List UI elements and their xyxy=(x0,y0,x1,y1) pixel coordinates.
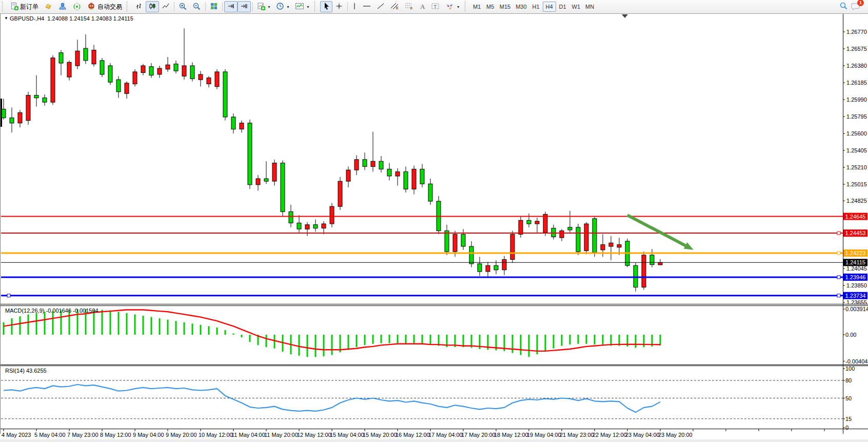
chart-title-symbol: GBPUSD-,H4 xyxy=(10,15,44,22)
bar-chart-button[interactable] xyxy=(132,1,146,12)
timeframe-button-m5[interactable]: M5 xyxy=(484,2,497,12)
crosshair-button[interactable] xyxy=(332,1,346,12)
timeframe-button-m30[interactable]: M30 xyxy=(513,2,529,12)
candle-body xyxy=(486,265,490,272)
rsi-axis-label: 80 xyxy=(845,377,852,383)
timeframe-button-h4[interactable]: H4 xyxy=(543,2,556,12)
timeframe-group: M1M5M15M30H1H4D1W1MN xyxy=(470,2,597,12)
vertical-line-button[interactable] xyxy=(349,1,360,12)
horizontal-line-button[interactable] xyxy=(360,1,374,12)
candle-body xyxy=(240,123,244,129)
new-order-icon xyxy=(10,2,18,12)
vertical-line-icon xyxy=(352,2,357,12)
macd-histogram-bar xyxy=(266,335,267,347)
timeframe-button-h1[interactable]: H1 xyxy=(529,2,543,12)
candlesticks-button[interactable] xyxy=(146,1,159,12)
timeframe-button-w1[interactable]: W1 xyxy=(569,2,583,12)
time-axis-label: 17 May 04:00 xyxy=(428,432,463,438)
level-price-label: 1.23734 xyxy=(845,293,866,299)
toolbar-grip xyxy=(314,2,319,12)
trendline-button[interactable] xyxy=(374,1,387,12)
line-chart-button[interactable] xyxy=(159,1,172,12)
gold-button[interactable] xyxy=(41,1,55,12)
level-handle[interactable] xyxy=(837,294,840,297)
periods-button[interactable]: ▼ xyxy=(273,1,292,12)
candle-body xyxy=(396,172,400,177)
candle-body xyxy=(108,66,112,82)
timeframe-button-mn[interactable]: MN xyxy=(583,2,597,12)
level-handle[interactable] xyxy=(7,294,10,297)
candle-body xyxy=(650,255,654,265)
text-label-button[interactable]: T xyxy=(428,1,443,12)
level-handle[interactable] xyxy=(837,232,840,235)
chart-shift-button[interactable] xyxy=(238,1,251,12)
cursor-button[interactable] xyxy=(320,1,332,12)
fibonacci-button[interactable]: F xyxy=(402,1,416,12)
price-axis-label: 1.25990 xyxy=(846,97,867,103)
candle-body xyxy=(601,245,605,250)
candle-body xyxy=(10,118,14,123)
text-button[interactable]: A xyxy=(416,1,428,12)
new-order-button[interactable]: 新订单 xyxy=(8,1,41,12)
macd-histogram-bar xyxy=(36,313,37,335)
macd-histogram-bar xyxy=(249,335,251,342)
price-axis-label: 1.24825 xyxy=(846,198,867,204)
candle-body xyxy=(18,112,22,123)
timeframe-button-m15[interactable]: M15 xyxy=(497,2,513,12)
chart-title-ohlc: 1.24088 1.24154 1.24083 1.24115 xyxy=(47,15,133,22)
candle-body xyxy=(166,65,170,69)
templates-icon xyxy=(295,2,304,12)
timeframe-button-m1[interactable]: M1 xyxy=(470,2,484,12)
time-axis-label: 23 May 20:00 xyxy=(658,432,693,438)
autotrading-icon xyxy=(87,2,96,12)
candlesticks-icon xyxy=(148,2,156,12)
macd-histogram-bar xyxy=(520,335,522,355)
level-handle[interactable] xyxy=(837,252,840,255)
candle-body xyxy=(560,231,564,238)
macd-histogram-bar xyxy=(643,335,645,347)
toolbar-separator xyxy=(252,2,253,11)
candle-body xyxy=(313,225,318,228)
signals-button[interactable] xyxy=(70,1,84,12)
auto-scroll-button[interactable] xyxy=(224,1,238,12)
macd-histogram-bar xyxy=(356,335,358,347)
chat-button[interactable]: 1 xyxy=(851,2,861,12)
time-axis-label: 15 May 04:00 xyxy=(330,432,364,438)
macd-histogram-bar xyxy=(389,335,390,343)
macd-histogram-bar xyxy=(3,322,5,335)
search-button[interactable] xyxy=(836,1,851,12)
rsi-axis-label: 50 xyxy=(845,395,852,401)
candle-body xyxy=(157,68,162,74)
time-axis-label: 18 May 12:00 xyxy=(494,432,528,438)
chart-dropdown-icon[interactable]: ▼ xyxy=(4,16,8,21)
timeframe-button-d1[interactable]: D1 xyxy=(556,2,569,12)
candle-body xyxy=(51,58,55,102)
candle-body xyxy=(141,66,145,73)
zoom-out-button[interactable] xyxy=(190,1,204,12)
level-handle[interactable] xyxy=(837,276,840,279)
community-button[interactable] xyxy=(55,1,70,12)
macd-histogram-bar xyxy=(381,335,382,343)
zoom-in-button[interactable] xyxy=(176,1,190,12)
candle-body xyxy=(469,246,474,264)
shapes-button[interactable]: ▼ xyxy=(443,1,463,12)
candle-body xyxy=(510,234,515,259)
time-axis-label: 17 May 20:00 xyxy=(461,432,496,438)
macd-histogram-bar xyxy=(192,323,193,335)
macd-histogram-bar xyxy=(134,314,136,335)
macd-histogram-bar xyxy=(11,318,13,335)
macd-indicator-label: MACD(12,26,9) -0.001646 -0.001504 xyxy=(5,308,98,314)
templates-button[interactable]: ▼ xyxy=(292,1,312,12)
toolbar-separator xyxy=(205,2,206,11)
indicators-button[interactable]: ▼ xyxy=(254,1,273,12)
toolbar-separator xyxy=(347,2,348,11)
gold-icon xyxy=(44,2,53,12)
tile-windows-button[interactable] xyxy=(207,1,221,12)
chart-area[interactable]: 1.267701.265751.263801.261851.259901.257… xyxy=(0,13,868,442)
time-axis-label: 15 May 20:00 xyxy=(363,432,397,438)
autotrading-button[interactable]: 自动交易 xyxy=(84,1,125,12)
equidistant-channel-button[interactable]: E xyxy=(387,1,402,12)
toolbar: 新订单 自动交易 xyxy=(0,0,868,14)
chart-shift-icon xyxy=(240,2,248,12)
bottom-strip xyxy=(0,439,868,442)
